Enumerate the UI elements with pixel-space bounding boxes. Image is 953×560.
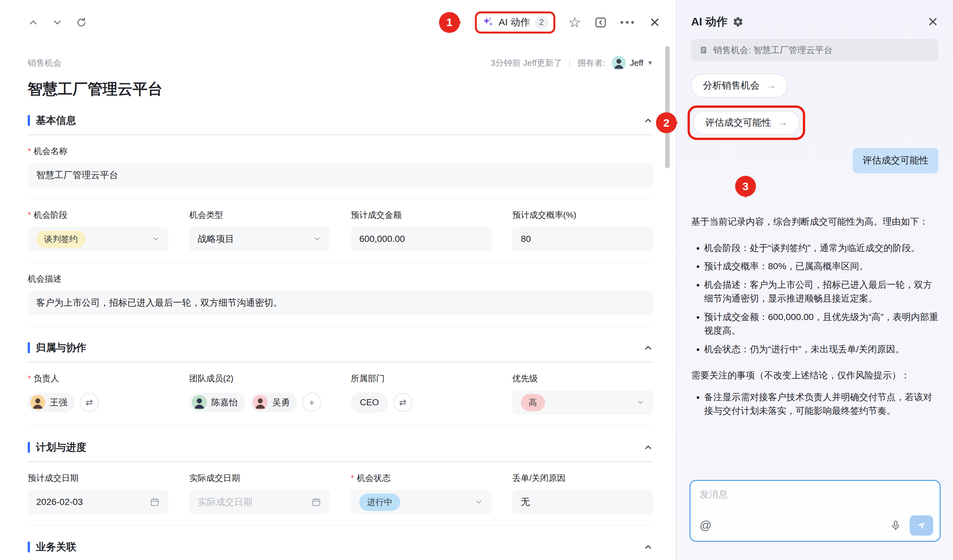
collapse-chevron-icon[interactable] xyxy=(643,343,653,353)
field-probability: 预计成交概率(%) 80 xyxy=(512,209,653,251)
analyze-opportunity-button[interactable]: 分析销售机会 → xyxy=(691,74,787,98)
add-team-member-button[interactable]: ＋ xyxy=(302,393,321,412)
ai-response-bullet: 机会阶段：处于“谈判签约”，通常为临近成交的阶段。 xyxy=(704,241,938,255)
team-member-name: 吴勇 xyxy=(272,397,290,408)
owner-chip[interactable]: Jeff ▼ xyxy=(612,56,653,70)
owner-caret-icon: ▼ xyxy=(647,60,653,67)
section-ownership-head: 归属与协作 xyxy=(28,341,653,355)
mention-icon[interactable]: @ xyxy=(700,519,712,532)
lost-reason-label: 丢单/关闭原因 xyxy=(512,472,565,484)
amount-input[interactable]: 600,000.00 xyxy=(351,227,492,251)
row-divider xyxy=(28,425,653,426)
ai-actions-panel: AI 动作 ✕ 销售机会: 智慧工厂管理云平台 分析销售机会 → 2 评估成交可… xyxy=(676,0,953,560)
panel-close-icon[interactable]: ✕ xyxy=(927,15,938,28)
close-record-icon[interactable]: ✕ xyxy=(649,16,660,29)
user-message-bubble: 评估成交可能性 xyxy=(853,148,938,173)
field-status: *机会状态 进行中 xyxy=(351,472,492,514)
annotation-3-number: 3 xyxy=(743,180,749,193)
team-member-pill[interactable]: 陈嘉怡 xyxy=(189,392,245,412)
toolbar-actions: 1 AI 动作 2 ☆ ••• ✕ xyxy=(439,11,660,34)
description-input[interactable]: 客户为上市公司，招标已进入最后一轮，双方细节沟通密切。 xyxy=(28,291,653,315)
stage-select[interactable]: 谈判签约 xyxy=(28,227,168,251)
owner-name: Jeff xyxy=(630,58,643,68)
expected-date-picker[interactable]: 2026-02-03 xyxy=(28,490,168,514)
type-select[interactable]: 战略项目 xyxy=(189,227,330,251)
section-basic-title: 基本信息 xyxy=(36,114,76,127)
ai-response-intro: 基于当前记录内容，综合判断成交可能性为高。理由如下： xyxy=(691,215,938,229)
annotation-step-2: 2 xyxy=(656,112,677,133)
opportunity-name-value: 智慧工厂管理云平台 xyxy=(36,169,118,181)
analyze-opportunity-label: 分析销售机会 xyxy=(703,79,759,92)
evaluate-red-highlight: 2 评估成交可能性 → xyxy=(688,105,805,140)
owner-person-avatar xyxy=(30,395,45,410)
annotation-step-1: 1 xyxy=(439,12,460,33)
ai-response-bullet: 机会描述：客户为上市公司，招标已进入最后一轮，双方细节沟通密切，显示推进顺畅且接… xyxy=(704,278,938,306)
record-head: 销售机会 3分钟前 Jeff更新了 | 拥有者: Jeff ▼ xyxy=(28,56,653,70)
ai-panel-title: AI 动作 xyxy=(691,14,727,29)
chevron-down-icon xyxy=(151,235,160,243)
field-team: 团队成员(2) 陈嘉怡 吴勇 ＋ xyxy=(189,373,330,414)
field-priority: 优先级 高 xyxy=(512,373,653,414)
field-row-people: *负责人 王强 ⇄ 团队成员(2) xyxy=(28,373,653,414)
expected-date-value: 2026-02-03 xyxy=(36,497,83,507)
amount-value: 600,000.00 xyxy=(359,234,405,244)
collapse-chevron-icon[interactable] xyxy=(643,442,653,452)
field-description: 机会描述 客户为上市公司，招标已进入最后一轮，双方细节沟通密切。 xyxy=(28,273,653,315)
record-meta: 3分钟前 Jeff更新了 | 拥有者: Jeff ▼ xyxy=(491,56,653,70)
microphone-icon[interactable] xyxy=(890,520,901,531)
actual-date-picker[interactable]: 实际成交日期 xyxy=(189,490,330,514)
collapse-chevron-icon[interactable] xyxy=(643,542,653,552)
nav-down-icon[interactable] xyxy=(52,17,63,28)
description-value: 客户为上市公司，招标已进入最后一轮，双方细节沟通密切。 xyxy=(36,296,282,309)
team-member-pill[interactable]: 吴勇 xyxy=(250,392,297,412)
department-swap-button[interactable]: ⇄ xyxy=(393,393,412,412)
ai-response-list: 机会阶段：处于“谈判签约”，通常为临近成交的阶段。 预计成交概率：80%，已属高… xyxy=(691,241,938,357)
field-lost-reason: 丢单/关闭原因 无 xyxy=(512,472,653,514)
owner-person-name: 王强 xyxy=(50,397,67,408)
annotation-2-number: 2 xyxy=(663,116,670,129)
ai-action-button[interactable]: AI 动作 2 xyxy=(482,16,548,29)
priority-tag: 高 xyxy=(521,394,545,411)
message-composer[interactable]: 发消息 @ xyxy=(689,480,941,542)
lost-reason-input[interactable]: 无 xyxy=(512,490,653,514)
probability-input[interactable]: 80 xyxy=(512,227,653,251)
type-value: 战略项目 xyxy=(198,233,234,245)
section-divider xyxy=(28,461,653,462)
section-relations: 业务关联 *客户公司 联系人(1) 相关产品(1) 来源线索 xyxy=(28,540,653,560)
row-divider xyxy=(28,326,653,327)
collapse-chevron-icon[interactable] xyxy=(643,116,653,126)
field-stage: *机会阶段 谈判签约 xyxy=(28,209,168,251)
field-opportunity-name: *机会名称 智慧工厂管理云平台 xyxy=(28,146,653,187)
main-scrollbar-thumb[interactable] xyxy=(665,46,670,168)
more-actions-icon[interactable]: ••• xyxy=(620,17,636,28)
refresh-icon[interactable] xyxy=(76,17,87,28)
amount-label: 预计成交金额 xyxy=(351,209,402,221)
field-amount: 预计成交金额 600,000.00 xyxy=(351,209,492,251)
nav-up-icon[interactable] xyxy=(28,17,39,28)
side-panel-toggle-icon[interactable] xyxy=(594,16,607,29)
section-divider xyxy=(28,362,653,362)
owner-swap-button[interactable]: ⇄ xyxy=(80,393,99,412)
arrow-right-icon: → xyxy=(767,81,776,91)
calendar-icon xyxy=(149,497,160,507)
ai-response-bullet: 预计成交金额：600,000.00，且优先级为“高”，表明内部重视度高。 xyxy=(704,310,938,338)
favorite-star-icon[interactable]: ☆ xyxy=(568,15,581,29)
owner-avatar xyxy=(612,56,626,70)
field-row-name: *机会名称 智慧工厂管理云平台 xyxy=(28,146,653,187)
top-toolbar: 1 AI 动作 2 ☆ ••• ✕ xyxy=(0,0,676,45)
send-button[interactable] xyxy=(910,515,933,535)
section-basic-info: 基本信息 *机会名称 智慧工厂管理云平台 *机会阶段 谈判签约 机会类型 xyxy=(28,114,653,327)
gear-icon[interactable] xyxy=(733,16,743,27)
arrow-right-icon: → xyxy=(778,118,787,128)
priority-select[interactable]: 高 xyxy=(512,390,653,414)
evaluate-probability-button[interactable]: 评估成交可能性 → xyxy=(694,111,799,135)
section-accent-bar xyxy=(28,442,30,453)
status-select[interactable]: 进行中 xyxy=(351,490,492,514)
section-plan-title: 计划与进度 xyxy=(36,441,86,454)
record-context-chip[interactable]: 销售机会: 智慧工厂管理云平台 xyxy=(691,39,938,61)
opportunity-name-input[interactable]: 智慧工厂管理云平台 xyxy=(28,163,653,187)
department-pill[interactable]: CEO xyxy=(351,392,388,413)
field-row-dates: 预计成交日期 2026-02-03 实际成交日期 实际成交日期 *机会状态 进行… xyxy=(28,472,653,514)
team-member-name: 陈嘉怡 xyxy=(211,397,238,408)
owner-person-pill[interactable]: 王强 xyxy=(28,392,75,412)
